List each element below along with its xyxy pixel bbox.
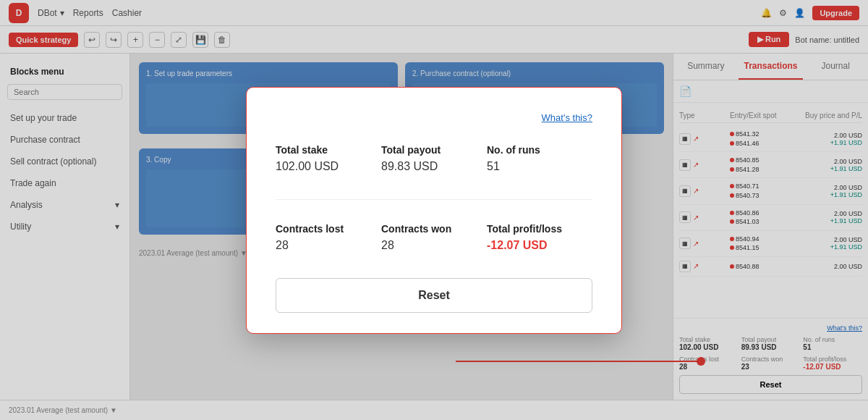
modal-reset-button[interactable]: Reset xyxy=(276,278,592,313)
modal-runs: No. of runs 51 xyxy=(487,135,592,182)
modal-contracts-lost: Contracts lost 28 xyxy=(276,214,381,261)
modal-stats-grid-2: Contracts lost 28 Contracts won 28 Total… xyxy=(276,214,592,261)
modal-total-stake: Total stake 102.00 USD xyxy=(276,135,381,182)
modal-whats-this-link[interactable]: What's this? xyxy=(542,112,592,123)
modal-overlay: What's this? Total stake 102.00 USD Tota… xyxy=(0,0,868,420)
modal-contracts-won: Contracts won 28 xyxy=(381,214,487,261)
modal-total-payout: Total payout 89.83 USD xyxy=(381,135,487,182)
summary-modal: What's this? Total stake 102.00 USD Tota… xyxy=(246,87,622,334)
modal-stats-grid: Total stake 102.00 USD Total payout 89.8… xyxy=(276,135,592,182)
modal-profit-loss: Total profit/loss -12.07 USD xyxy=(487,214,592,261)
modal-divider xyxy=(276,199,592,200)
